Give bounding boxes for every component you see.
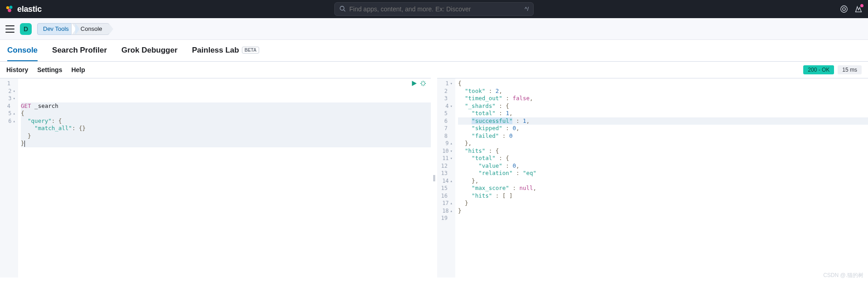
header-actions xyxy=(840,5,863,13)
request-editor[interactable]: GET _search{ "query": { "match_all": {} … xyxy=(18,78,431,277)
top-header: elastic ^/ xyxy=(0,0,868,18)
tab-search-profiler[interactable]: Search Profiler xyxy=(52,40,107,61)
svg-point-5 xyxy=(841,6,847,12)
response-status-badge: 200 - OK xyxy=(803,65,834,74)
history-link[interactable]: History xyxy=(6,66,28,73)
sub-header: D Dev Tools Console xyxy=(0,18,868,40)
beta-badge: BETA xyxy=(242,47,259,53)
request-pane: 12▾3▾45▴6▴ GET _search{ "query": { "matc… xyxy=(0,78,431,277)
notification-dot xyxy=(860,4,863,7)
request-gutter: 12▾3▾45▴6▴ xyxy=(0,78,18,277)
tab-console[interactable]: Console xyxy=(7,40,38,61)
response-viewer[interactable]: { "took" : 2, "timed_out" : false, "_sha… xyxy=(455,78,868,277)
watermark: CSDN @.猫的树 xyxy=(823,272,863,277)
breadcrumb-dev-tools[interactable]: Dev Tools xyxy=(37,23,76,35)
tab-painless-label: Painless Lab xyxy=(192,46,239,55)
newsfeed-icon[interactable] xyxy=(854,5,863,13)
help-link[interactable]: Help xyxy=(71,66,85,73)
request-actions xyxy=(411,80,426,89)
global-search[interactable]: ^/ xyxy=(334,2,534,16)
console-editor: 12▾3▾45▴6▴ GET _search{ "query": { "matc… xyxy=(0,78,868,277)
elastic-logo-icon xyxy=(5,5,14,13)
space-selector[interactable]: D xyxy=(20,23,32,35)
svg-point-0 xyxy=(6,6,9,9)
breadcrumb: Dev Tools Console xyxy=(37,23,109,35)
response-time-badge: 15 ms xyxy=(838,65,862,74)
search-icon xyxy=(339,5,346,13)
tab-painless-lab[interactable]: Painless Lab BETA xyxy=(192,40,259,61)
nav-toggle-button[interactable] xyxy=(5,25,14,33)
svg-line-4 xyxy=(344,10,346,11)
tab-grok-debugger[interactable]: Grok Debugger xyxy=(121,40,178,61)
send-request-icon[interactable] xyxy=(411,80,417,89)
svg-point-6 xyxy=(843,8,845,10)
search-input[interactable] xyxy=(349,5,525,13)
console-toolbar: History Settings Help 200 - OK 15 ms xyxy=(0,62,868,78)
request-options-icon[interactable] xyxy=(420,80,426,89)
brand-text: elastic xyxy=(17,5,42,14)
svg-point-2 xyxy=(8,9,11,12)
svg-point-3 xyxy=(340,6,344,10)
svg-point-1 xyxy=(10,6,13,9)
dev-tools-tabs: Console Search Profiler Grok Debugger Pa… xyxy=(0,40,868,62)
brand-logo[interactable]: elastic xyxy=(5,5,42,14)
search-shortcut: ^/ xyxy=(525,6,529,12)
settings-link[interactable]: Settings xyxy=(37,66,62,73)
response-pane: 1▾234▾56789▴10▾11▾121314▴151617▴18▴19 { … xyxy=(437,78,868,277)
pane-splitter[interactable]: ‖ xyxy=(431,78,437,277)
response-gutter: 1▾234▾56789▴10▾11▾121314▴151617▴18▴19 xyxy=(437,78,455,277)
help-icon[interactable] xyxy=(840,5,848,13)
